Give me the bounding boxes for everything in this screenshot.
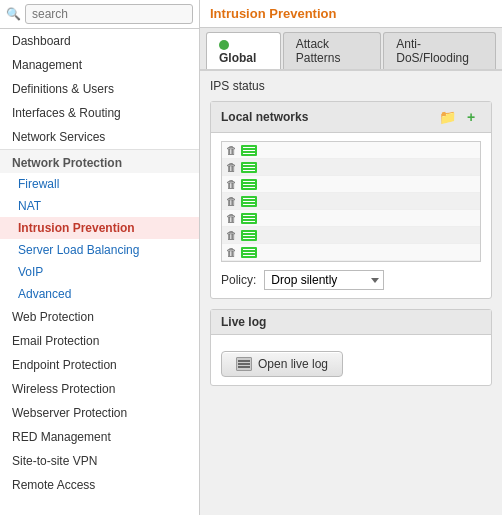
sidebar-item-red-management[interactable]: RED Management bbox=[0, 425, 199, 449]
network-row: 🗑 bbox=[222, 193, 480, 210]
tab-anti-dos-label: Anti-DoS/Flooding bbox=[396, 37, 469, 65]
tab-anti-dos[interactable]: Anti-DoS/Flooding bbox=[383, 32, 496, 69]
ips-status-label: IPS status bbox=[210, 79, 492, 93]
header-icons: 📁 + bbox=[437, 107, 481, 127]
flag-icon-6 bbox=[241, 230, 257, 241]
network-row: 🗑 bbox=[222, 159, 480, 176]
sidebar: 🔍 DashboardManagementDefinitions & Users… bbox=[0, 0, 200, 515]
delete-icon-6[interactable]: 🗑 bbox=[226, 229, 237, 241]
sidebar-item-endpoint-protection[interactable]: Endpoint Protection bbox=[0, 353, 199, 377]
flag-icon-7 bbox=[241, 247, 257, 258]
livelog-label: Live log bbox=[221, 315, 266, 329]
sidebar-item-intrusion-prevention[interactable]: Intrusion Prevention bbox=[0, 217, 199, 239]
livelog-icon bbox=[236, 357, 252, 371]
network-row: 🗑 bbox=[222, 227, 480, 244]
livelog-box: Live log Open live log bbox=[210, 309, 492, 386]
network-row: 🗑 bbox=[222, 244, 480, 261]
sidebar-item-dashboard[interactable]: Dashboard bbox=[0, 29, 199, 53]
policy-select[interactable]: Drop silently Reject Alert only bbox=[264, 270, 384, 290]
sidebar-item-voip[interactable]: VoIP bbox=[0, 261, 199, 283]
tabs-bar: Global Attack Patterns Anti-DoS/Flooding bbox=[200, 28, 502, 71]
global-ips-settings-box: Local networks 📁 + 🗑 🗑 bbox=[210, 101, 492, 299]
local-networks-label: Local networks bbox=[221, 110, 308, 124]
sidebar-item-email-protection[interactable]: Email Protection bbox=[0, 329, 199, 353]
add-icon[interactable]: + bbox=[461, 107, 481, 127]
sidebar-item-definitions-users[interactable]: Definitions & Users bbox=[0, 77, 199, 101]
sidebar-item-firewall[interactable]: Firewall bbox=[0, 173, 199, 195]
tab-attack-patterns[interactable]: Attack Patterns bbox=[283, 32, 382, 69]
policy-row: Policy: Drop silently Reject Alert only bbox=[221, 270, 481, 290]
sidebar-group-network-protection: Network Protection bbox=[0, 149, 199, 173]
folder-icon[interactable]: 📁 bbox=[437, 107, 457, 127]
delete-icon-3[interactable]: 🗑 bbox=[226, 178, 237, 190]
flag-icon-5 bbox=[241, 213, 257, 224]
open-livelog-button[interactable]: Open live log bbox=[221, 351, 343, 377]
global-ips-settings-body: 🗑 🗑 🗑 🗑 bbox=[211, 133, 491, 298]
flag-icon-4 bbox=[241, 196, 257, 207]
tab-global-status-icon bbox=[219, 40, 229, 50]
livelog-body: Open live log bbox=[211, 335, 491, 385]
flag-icon-1 bbox=[241, 145, 257, 156]
delete-icon-5[interactable]: 🗑 bbox=[226, 212, 237, 224]
sidebar-item-web-protection[interactable]: Web Protection bbox=[0, 305, 199, 329]
sidebar-item-webserver-protection[interactable]: Webserver Protection bbox=[0, 401, 199, 425]
delete-icon-4[interactable]: 🗑 bbox=[226, 195, 237, 207]
flag-icon-2 bbox=[241, 162, 257, 173]
open-livelog-label: Open live log bbox=[258, 357, 328, 371]
search-box: 🔍 bbox=[0, 0, 199, 29]
sidebar-item-nat[interactable]: NAT bbox=[0, 195, 199, 217]
network-row: 🗑 bbox=[222, 210, 480, 227]
delete-icon-2[interactable]: 🗑 bbox=[226, 161, 237, 173]
sidebar-item-advanced[interactable]: Advanced bbox=[0, 283, 199, 305]
main-content: Intrusion Prevention Global Attack Patte… bbox=[200, 0, 502, 515]
tab-global[interactable]: Global bbox=[206, 32, 281, 69]
global-ips-settings-header: Local networks 📁 + bbox=[211, 102, 491, 133]
policy-label: Policy: bbox=[221, 273, 256, 287]
search-input[interactable] bbox=[25, 4, 193, 24]
search-icon: 🔍 bbox=[6, 7, 21, 21]
tab-global-label: Global bbox=[219, 51, 256, 65]
livelog-header: Live log bbox=[211, 310, 491, 335]
sidebar-item-management[interactable]: Management bbox=[0, 53, 199, 77]
sidebar-item-wireless-protection[interactable]: Wireless Protection bbox=[0, 377, 199, 401]
network-row: 🗑 bbox=[222, 176, 480, 193]
sidebar-item-server-load-balancing[interactable]: Server Load Balancing bbox=[0, 239, 199, 261]
content-area: IPS status Local networks 📁 + 🗑 🗑 bbox=[200, 71, 502, 404]
page-title: Intrusion Prevention bbox=[210, 6, 336, 21]
sidebar-item-network-services[interactable]: Network Services bbox=[0, 125, 199, 149]
delete-icon-1[interactable]: 🗑 bbox=[226, 144, 237, 156]
flag-icon-3 bbox=[241, 179, 257, 190]
delete-icon-7[interactable]: 🗑 bbox=[226, 246, 237, 258]
sidebar-item-interfaces-routing[interactable]: Interfaces & Routing bbox=[0, 101, 199, 125]
page-header: Intrusion Prevention bbox=[200, 0, 502, 28]
sidebar-item-remote-access[interactable]: Remote Access bbox=[0, 473, 199, 497]
network-list: 🗑 🗑 🗑 🗑 bbox=[221, 141, 481, 262]
tab-attack-patterns-label: Attack Patterns bbox=[296, 37, 341, 65]
network-row: 🗑 bbox=[222, 142, 480, 159]
sidebar-item-site-to-site-vpn[interactable]: Site-to-site VPN bbox=[0, 449, 199, 473]
